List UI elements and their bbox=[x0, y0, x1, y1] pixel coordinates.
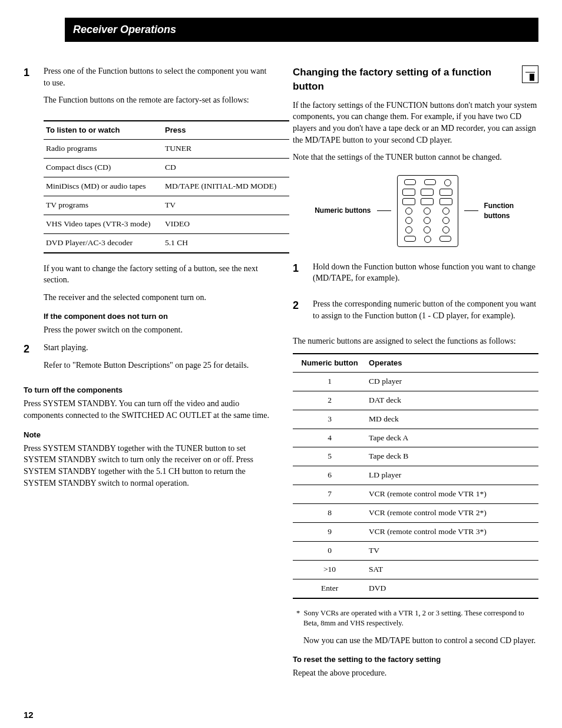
note-body: Press SYSTEM STANDBY together with the T… bbox=[24, 443, 269, 489]
right-step-2: 2 Press the corresponding numeric button… bbox=[293, 298, 538, 327]
table-cell: VCR (remote control mode VTR 2*) bbox=[366, 504, 538, 523]
subheading-turn-off: To turn off the components bbox=[24, 385, 269, 396]
subheading-not-turn-on: If the component does not turn on bbox=[44, 311, 269, 322]
function-buttons-table: To listen to or watch Press Radio progra… bbox=[44, 120, 289, 253]
step-number: 2 bbox=[24, 342, 35, 377]
table-header: Press bbox=[163, 121, 289, 140]
step2-text: Refer to "Remote Button Descriptions" on… bbox=[44, 360, 269, 371]
table-cell: Tape deck B bbox=[366, 447, 538, 466]
step2-text: Start playing. bbox=[44, 342, 269, 354]
footnote-text: Sony VCRs are operated with a VTR 1, 2 o… bbox=[303, 609, 524, 628]
table-cell: TV bbox=[163, 196, 289, 215]
table-cell: CD player bbox=[366, 372, 538, 391]
note-heading: Note bbox=[24, 430, 269, 440]
table-cell: Tape deck A bbox=[366, 429, 538, 447]
remote-diagram bbox=[397, 175, 458, 247]
numeric-buttons-table: Numeric button Operates 1CD player 2DAT … bbox=[293, 353, 538, 599]
table-cell: MiniDiscs (MD) or audio tapes bbox=[44, 177, 163, 196]
table-cell: Enter bbox=[293, 579, 366, 598]
table-cell: >10 bbox=[293, 560, 366, 579]
step1-intro: Press one of the Function buttons to sel… bbox=[44, 65, 269, 88]
table-cell: CD bbox=[163, 159, 289, 177]
section-header: Receiver Operations bbox=[65, 18, 538, 42]
table-header: To listen to or watch bbox=[44, 121, 163, 140]
body-text: The numeric buttons are assigned to sele… bbox=[293, 335, 538, 347]
after-table-text: The receiver and the selected component … bbox=[44, 292, 269, 304]
table-cell: 9 bbox=[293, 523, 366, 542]
table-cell: 1 bbox=[293, 372, 366, 391]
diagram-label-numeric: Numeric buttons bbox=[306, 206, 371, 216]
body-text: Now you can use the MD/TAPE button to co… bbox=[303, 635, 538, 647]
subheading-reset: To reset the setting to the factory sett… bbox=[293, 654, 538, 665]
table-cell: 7 bbox=[293, 485, 366, 504]
table-cell: 8 bbox=[293, 504, 366, 523]
step-2: 2 Start playing. Refer to "Remote Button… bbox=[24, 342, 269, 377]
diagram-label-function: Function buttons bbox=[484, 201, 525, 221]
table-cell: 3 bbox=[293, 410, 366, 429]
table-header: Operates bbox=[366, 354, 538, 373]
step-1: 1 Press one of the Function buttons to s… bbox=[24, 65, 269, 112]
body-text: Note that the settings of the TUNER butt… bbox=[293, 151, 538, 163]
table-cell: 5 bbox=[293, 447, 366, 466]
document-page: Receiver Operations 1 Press one of the F… bbox=[0, 0, 562, 728]
table-cell: DVD bbox=[366, 579, 538, 598]
table-cell: MD deck bbox=[366, 410, 538, 429]
body-text: Repeat the above procedure. bbox=[293, 667, 538, 679]
right-column: Changing the factory setting of a functi… bbox=[293, 65, 538, 685]
table-cell: 0 bbox=[293, 541, 366, 560]
table-cell: VHS Video tapes (VTR-3 mode) bbox=[44, 215, 163, 233]
table-cell: TV bbox=[366, 541, 538, 560]
table-cell: 2 bbox=[293, 391, 366, 410]
section-heading: Changing the factory setting of a functi… bbox=[293, 65, 538, 94]
table-cell: VCR (remote control mode VTR 3*) bbox=[366, 523, 538, 542]
table-cell: DVD Player/AC-3 decoder bbox=[44, 233, 163, 252]
body-text: Press the power switch on the component. bbox=[44, 324, 269, 336]
table-cell: 4 bbox=[293, 429, 366, 447]
step-number: 2 bbox=[293, 298, 305, 327]
footnote: * Sony VCRs are operated with a VTR 1, 2… bbox=[303, 608, 538, 629]
table-cell: 6 bbox=[293, 466, 366, 485]
after-table-text: If you want to change the factory settin… bbox=[44, 263, 269, 286]
table-cell: TV programs bbox=[44, 196, 163, 215]
footnote-mark: * bbox=[296, 609, 300, 617]
right-step-1: 1 Hold down the Function button whose fu… bbox=[293, 261, 538, 290]
table-cell: LD player bbox=[366, 466, 538, 485]
step-number: 1 bbox=[24, 65, 35, 112]
leader-line bbox=[464, 210, 478, 211]
table-cell: Compact discs (CD) bbox=[44, 159, 163, 177]
remote-diagram-wrap: Numeric buttons Function buttons bbox=[293, 175, 538, 247]
table-cell: MD/TAPE (INITIAL-MD MODE) bbox=[163, 177, 289, 196]
body-text: If the factory settings of the FUNCTION … bbox=[293, 100, 538, 146]
page-number: 12 bbox=[24, 709, 538, 721]
table-cell: VIDEO bbox=[163, 215, 289, 233]
table-cell: TUNER bbox=[163, 140, 289, 159]
left-column: 1 Press one of the Function buttons to s… bbox=[24, 65, 269, 685]
section-title-text: Changing the factory setting of a functi… bbox=[293, 65, 517, 94]
table-cell: 5.1 CH bbox=[163, 233, 289, 252]
table-cell: SAT bbox=[366, 560, 538, 579]
step-number: 1 bbox=[293, 261, 305, 290]
remote-icon bbox=[522, 65, 538, 83]
table-header: Numeric button bbox=[293, 354, 366, 373]
step-text: Press the corresponding numeric button o… bbox=[313, 298, 538, 321]
two-column-layout: 1 Press one of the Function buttons to s… bbox=[24, 65, 538, 685]
table-cell: DAT deck bbox=[366, 391, 538, 410]
table-cell: Radio programs bbox=[44, 140, 163, 159]
step1-sub: The Function buttons on the remote are f… bbox=[44, 94, 269, 106]
body-text: Press SYSTEM STANDBY. You can turn off t… bbox=[24, 398, 269, 421]
leader-line bbox=[377, 210, 391, 211]
step-text: Hold down the Function button whose func… bbox=[313, 261, 538, 284]
table-cell: VCR (remote control mode VTR 1*) bbox=[366, 485, 538, 504]
